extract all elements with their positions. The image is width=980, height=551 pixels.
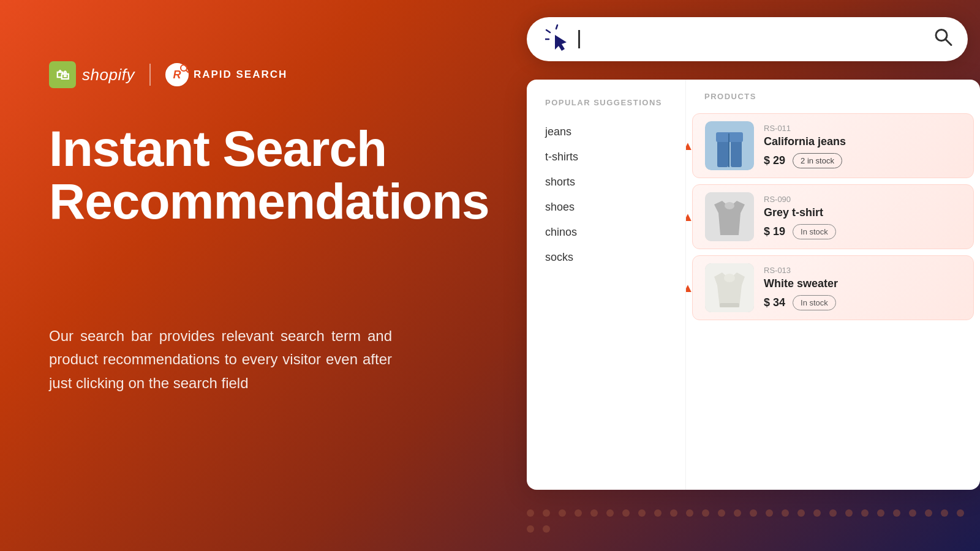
logo-bar: 🛍 shopify R RAPID SEARCH — [49, 61, 287, 88]
svg-line-11 — [946, 40, 951, 45]
dot — [702, 509, 709, 517]
suggestion-item-shorts[interactable]: shorts — [527, 170, 685, 195]
up-arrow-sweater: ▲ — [686, 281, 694, 295]
heading-line2: Recommendations — [49, 175, 489, 228]
rapid-search-logo: R RAPID SEARCH — [165, 63, 287, 86]
dot — [686, 509, 693, 517]
product-price-jeans: $ 29 — [764, 154, 785, 167]
svg-text:🛍: 🛍 — [56, 67, 69, 83]
product-card-sweater[interactable]: ▲ RS-013 White sweater — [692, 255, 974, 320]
click-cursor-icon — [545, 24, 576, 54]
dot — [734, 509, 741, 517]
dot — [750, 509, 757, 517]
dot — [527, 509, 534, 517]
up-arrow-tshirt: ▲ — [686, 210, 694, 224]
dot — [797, 509, 805, 517]
product-card-jeans[interactable]: ▲ RS-011 California jeans $ 29 — [692, 113, 974, 178]
search-bar[interactable] — [527, 17, 968, 61]
stock-badge-sweater: In stock — [793, 295, 836, 310]
product-price-row-tshirt: $ 19 In stock — [764, 224, 961, 239]
dot — [543, 509, 550, 517]
sweater-image — [705, 263, 754, 312]
product-sku-tshirt: RS-090 — [764, 195, 961, 204]
suggestion-item-tshirts[interactable]: t-shirts — [527, 144, 685, 170]
cursor-blink — [578, 30, 580, 48]
dot — [718, 509, 725, 517]
rapid-search-icon: R — [165, 63, 189, 86]
product-info-sweater: RS-013 White sweater $ 34 In stock — [764, 266, 961, 310]
stock-badge-jeans: 2 in stock — [793, 153, 842, 168]
product-image-jeans — [705, 121, 754, 170]
product-info-tshirt: RS-090 Grey t-shirt $ 19 In stock — [764, 195, 961, 239]
product-info-jeans: RS-011 California jeans $ 29 2 in stock — [764, 124, 961, 168]
suggestions-header: POPULAR SUGGESTIONS — [527, 98, 685, 119]
dropdown-panel: POPULAR SUGGESTIONS jeans t-shirts short… — [527, 80, 980, 490]
product-image-tshirt — [705, 192, 754, 241]
products-column: PRODUCTS ▲ RS-011 California j — [686, 80, 980, 490]
dot — [606, 509, 614, 517]
shopify-bag-icon: 🛍 — [49, 61, 76, 88]
search-icon[interactable] — [933, 28, 953, 51]
dots-decoration — [527, 509, 980, 533]
dot — [845, 509, 853, 517]
shopify-logo: 🛍 shopify — [49, 61, 135, 88]
svg-line-6 — [556, 25, 557, 29]
dot — [782, 509, 789, 517]
main-heading: Instant Search Recommendations — [49, 122, 489, 228]
product-name-sweater: White sweater — [764, 277, 961, 290]
heading-line1: Instant Search — [49, 122, 489, 175]
stock-badge-tshirt: In stock — [793, 224, 836, 239]
product-price-row-jeans: $ 29 2 in stock — [764, 153, 961, 168]
logo-divider — [149, 64, 151, 86]
up-arrow-jeans: ▲ — [686, 139, 694, 153]
product-image-sweater — [705, 263, 754, 312]
dot — [766, 509, 773, 517]
dot — [654, 509, 662, 517]
dot — [622, 509, 630, 517]
product-name-jeans: California jeans — [764, 135, 961, 148]
product-card-tshirt[interactable]: ▲ RS-090 Grey t-shirt $ 19 In s — [692, 184, 974, 249]
svg-text:R: R — [173, 69, 181, 81]
rapid-label: RAPID SEARCH — [194, 69, 287, 81]
tshirt-image — [705, 192, 754, 241]
svg-rect-22 — [720, 303, 739, 307]
product-price-tshirt: $ 19 — [764, 225, 785, 238]
suggestion-item-socks[interactable]: socks — [527, 245, 685, 270]
product-price-sweater: $ 34 — [764, 296, 785, 309]
description-text: Our search bar provides relevant search … — [49, 324, 392, 395]
suggestion-item-jeans[interactable]: jeans — [527, 119, 685, 144]
search-cursor — [545, 24, 580, 54]
dot — [575, 509, 582, 517]
svg-point-19 — [725, 202, 734, 209]
right-section: POPULAR SUGGESTIONS jeans t-shirts short… — [490, 0, 980, 551]
jeans-image — [705, 121, 754, 170]
left-section: 🛍 shopify R RAPID SEARCH Instant Search … — [49, 0, 514, 551]
dot — [941, 509, 948, 517]
svg-marker-9 — [555, 35, 567, 51]
dot — [527, 525, 534, 533]
product-sku-jeans: RS-011 — [764, 124, 961, 133]
dot — [559, 509, 566, 517]
suggestion-item-chinos[interactable]: chinos — [527, 220, 685, 245]
product-name-tshirt: Grey t-shirt — [764, 206, 961, 219]
dot — [670, 509, 677, 517]
dot — [909, 509, 916, 517]
svg-line-7 — [546, 30, 550, 32]
dot — [957, 509, 964, 517]
dot — [893, 509, 900, 517]
dot — [877, 509, 884, 517]
svg-point-23 — [724, 274, 735, 282]
dot — [543, 525, 550, 533]
dot — [925, 509, 932, 517]
dot — [829, 509, 837, 517]
suggestions-column: POPULAR SUGGESTIONS jeans t-shirts short… — [527, 80, 686, 490]
products-header: PRODUCTS — [686, 92, 980, 113]
dot — [590, 509, 598, 517]
shopify-label: shopify — [82, 66, 135, 84]
product-price-row-sweater: $ 34 In stock — [764, 295, 961, 310]
dot — [638, 509, 646, 517]
description-block: Our search bar provides relevant search … — [49, 324, 392, 395]
dot — [813, 509, 821, 517]
product-sku-sweater: RS-013 — [764, 266, 961, 275]
suggestion-item-shoes[interactable]: shoes — [527, 195, 685, 220]
